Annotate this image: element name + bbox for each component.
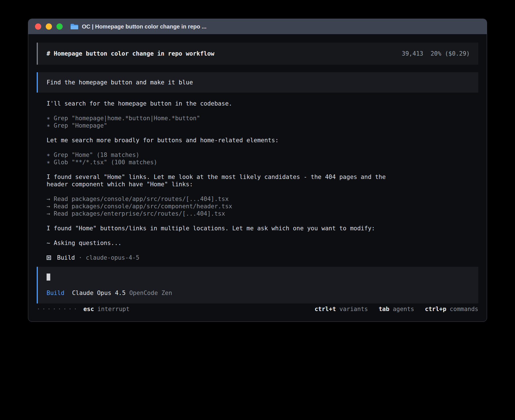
message-line: I found "Home" buttons/links in multiple… — [47, 225, 398, 232]
context-cost: 20% ($0.29) — [431, 50, 470, 57]
terminal-content: # Homepage button color change in repo w… — [28, 34, 487, 321]
tool-call-line: → Read packages/enterprise/src/routes/[.… — [47, 210, 398, 217]
tool-call-line: ∗ Grep "Home" (18 matches) — [47, 151, 398, 159]
assistant-status-text: ~ Asking questions... — [47, 239, 398, 247]
message-line: Let me search more broadly for buttons a… — [47, 137, 398, 144]
tool-calls: → Read packages/console/app/src/routes/[… — [47, 195, 398, 217]
hint-key: tab — [379, 305, 389, 313]
titlebar-title-group: OC | Homepage button color change in rep… — [70, 23, 206, 30]
session-header: # Homepage button color change in repo w… — [37, 43, 478, 65]
token-count: 39,413 — [402, 50, 423, 57]
window-titlebar[interactable]: OC | Homepage button color change in rep… — [28, 19, 487, 34]
interrupt-key: esc — [83, 305, 94, 313]
assistant-text: I found several "Home" links. Let me loo… — [47, 173, 398, 188]
user-message: Find the homepage button and make it blu… — [37, 72, 478, 93]
prompt-provider: OpenCode Zen — [129, 289, 172, 297]
hint-variants: ctrl+t variants — [315, 305, 368, 313]
agent-model: claude-opus-4-5 — [86, 254, 139, 261]
assistant-text: Let me search more broadly for buttons a… — [47, 137, 398, 144]
interrupt-label: interrupt — [97, 305, 130, 313]
tool-call-line: ∗ Grep "Homepage" — [47, 122, 398, 129]
minimize-button[interactable] — [46, 23, 52, 30]
message-line: ~ Asking questions... — [47, 239, 398, 247]
prompt-model: Claude Opus 4.5 — [72, 289, 126, 297]
hint-key: ctrl+t — [315, 305, 336, 313]
tool-call-line: ∗ Grep "homepage|home.*button|Home.*butt… — [47, 115, 398, 122]
close-button[interactable] — [35, 23, 41, 30]
hint-agents: tab agents — [379, 305, 414, 313]
terminal-window: OC | Homepage button color change in rep… — [28, 19, 487, 322]
assistant-text: I'll search for the homepage button in t… — [47, 100, 398, 107]
folder-icon — [70, 23, 78, 30]
assistant-text: I found "Home" buttons/links in multiple… — [47, 225, 398, 232]
traffic-lights — [35, 23, 63, 30]
hint-key: ctrl+p — [425, 305, 446, 313]
agent-status-row: Build · claude-opus-4-5 — [47, 254, 478, 261]
hint-commands: ctrl+p commands — [425, 305, 478, 313]
message-line: I found several "Home" links. Let me loo… — [47, 173, 398, 188]
progress-dots-icon: ········ — [37, 305, 79, 313]
agent-build-icon — [47, 255, 51, 260]
prompt-input[interactable]: Build Claude Opus 4.5 OpenCode Zen — [37, 267, 478, 303]
text-cursor — [47, 274, 50, 281]
prompt-meta: Build Claude Opus 4.5 OpenCode Zen — [47, 289, 470, 297]
agent-name: Build — [57, 254, 75, 261]
session-stats: 39,413 20% ($0.29) — [402, 50, 470, 57]
tool-call-line: → Read packages/console/app/src/componen… — [47, 203, 398, 210]
desktop-background: OC | Homepage button color change in rep… — [0, 0, 515, 420]
tool-call-line: ∗ Glob "**/*.tsx" (100 matches) — [47, 159, 398, 166]
status-bar-hints: ctrl+t variants tab agents ctrl+p comman… — [315, 305, 478, 313]
window-title: OC | Homepage button color change in rep… — [82, 23, 206, 30]
tool-calls: ∗ Grep "homepage|home.*button|Home.*butt… — [47, 115, 398, 129]
status-bar-left: ········ esc interrupt — [37, 305, 130, 313]
status-bar: ········ esc interrupt ctrl+t variants t… — [37, 305, 478, 313]
zoom-button[interactable] — [56, 23, 63, 30]
session-title: # Homepage button color change in repo w… — [47, 50, 214, 57]
hint-label: agents — [393, 305, 414, 313]
agent-separator: · — [78, 254, 82, 261]
tool-call-line: → Read packages/console/app/src/routes/[… — [47, 195, 398, 203]
user-message-text: Find the homepage button and make it blu… — [47, 79, 193, 86]
message-line: I'll search for the homepage button in t… — [47, 100, 398, 107]
prompt-mode[interactable]: Build — [47, 289, 64, 297]
hint-label: variants — [339, 305, 368, 313]
conversation: I'll search for the homepage button in t… — [47, 100, 398, 247]
tool-calls: ∗ Grep "Home" (18 matches) ∗ Glob "**/*.… — [47, 151, 398, 166]
hint-label: commands — [450, 305, 478, 313]
